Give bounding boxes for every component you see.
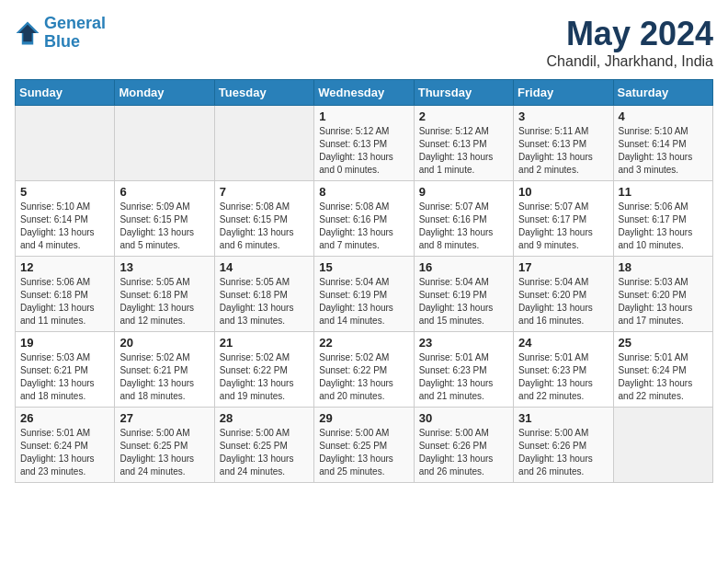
day-cell: 15Sunrise: 5:04 AM Sunset: 6:19 PM Dayli… bbox=[314, 257, 414, 332]
day-cell: 5Sunrise: 5:10 AM Sunset: 6:14 PM Daylig… bbox=[16, 181, 115, 257]
week-row-4: 19Sunrise: 5:03 AM Sunset: 6:21 PM Dayli… bbox=[16, 332, 713, 408]
week-row-1: 1Sunrise: 5:12 AM Sunset: 6:13 PM Daylig… bbox=[16, 106, 713, 181]
day-info: Sunrise: 5:12 AM Sunset: 6:13 PM Dayligh… bbox=[319, 125, 408, 177]
day-number: 18 bbox=[619, 260, 708, 274]
day-number: 14 bbox=[220, 260, 309, 274]
week-row-5: 26Sunrise: 5:01 AM Sunset: 6:24 PM Dayli… bbox=[16, 408, 713, 483]
calendar-table: SundayMondayTuesdayWednesdayThursdayFrid… bbox=[15, 79, 713, 483]
day-info: Sunrise: 5:01 AM Sunset: 6:24 PM Dayligh… bbox=[619, 351, 708, 403]
day-cell: 7Sunrise: 5:08 AM Sunset: 6:15 PM Daylig… bbox=[214, 181, 313, 257]
weekday-friday: Friday bbox=[514, 80, 613, 106]
day-cell: 13Sunrise: 5:05 AM Sunset: 6:18 PM Dayli… bbox=[115, 257, 214, 332]
day-cell bbox=[214, 106, 313, 181]
day-cell: 21Sunrise: 5:02 AM Sunset: 6:22 PM Dayli… bbox=[214, 332, 313, 408]
day-number: 10 bbox=[518, 185, 608, 199]
day-number: 25 bbox=[619, 336, 708, 350]
day-info: Sunrise: 5:03 AM Sunset: 6:20 PM Dayligh… bbox=[619, 276, 708, 327]
day-info: Sunrise: 5:00 AM Sunset: 6:25 PM Dayligh… bbox=[319, 427, 408, 478]
day-info: Sunrise: 5:03 AM Sunset: 6:21 PM Dayligh… bbox=[20, 351, 109, 403]
day-cell: 16Sunrise: 5:04 AM Sunset: 6:19 PM Dayli… bbox=[414, 257, 513, 332]
day-number: 16 bbox=[419, 260, 508, 274]
day-cell: 17Sunrise: 5:04 AM Sunset: 6:20 PM Dayli… bbox=[514, 257, 613, 332]
day-info: Sunrise: 5:07 AM Sunset: 6:16 PM Dayligh… bbox=[419, 201, 508, 252]
day-number: 17 bbox=[518, 260, 608, 274]
day-info: Sunrise: 5:06 AM Sunset: 6:18 PM Dayligh… bbox=[20, 276, 109, 327]
day-cell: 20Sunrise: 5:02 AM Sunset: 6:21 PM Dayli… bbox=[115, 332, 214, 408]
day-cell: 22Sunrise: 5:02 AM Sunset: 6:22 PM Dayli… bbox=[314, 332, 414, 408]
day-number: 11 bbox=[619, 185, 708, 199]
day-cell: 27Sunrise: 5:00 AM Sunset: 6:25 PM Dayli… bbox=[115, 408, 214, 483]
day-number: 13 bbox=[119, 260, 209, 274]
day-info: Sunrise: 5:00 AM Sunset: 6:25 PM Dayligh… bbox=[119, 427, 209, 478]
day-number: 7 bbox=[220, 185, 309, 199]
day-number: 3 bbox=[518, 109, 608, 123]
day-number: 15 bbox=[319, 260, 408, 274]
day-cell: 24Sunrise: 5:01 AM Sunset: 6:23 PM Dayli… bbox=[514, 332, 613, 408]
day-cell: 26Sunrise: 5:01 AM Sunset: 6:24 PM Dayli… bbox=[16, 408, 115, 483]
weekday-sunday: Sunday bbox=[16, 80, 115, 106]
weekday-monday: Monday bbox=[115, 80, 214, 106]
day-info: Sunrise: 5:00 AM Sunset: 6:26 PM Dayligh… bbox=[419, 427, 508, 478]
day-info: Sunrise: 5:05 AM Sunset: 6:18 PM Dayligh… bbox=[119, 276, 209, 327]
day-cell: 10Sunrise: 5:07 AM Sunset: 6:17 PM Dayli… bbox=[514, 181, 613, 257]
day-info: Sunrise: 5:10 AM Sunset: 6:14 PM Dayligh… bbox=[619, 125, 708, 177]
day-info: Sunrise: 5:05 AM Sunset: 6:18 PM Dayligh… bbox=[220, 276, 309, 327]
day-cell: 6Sunrise: 5:09 AM Sunset: 6:15 PM Daylig… bbox=[115, 181, 214, 257]
day-info: Sunrise: 5:08 AM Sunset: 6:15 PM Dayligh… bbox=[220, 201, 309, 252]
day-info: Sunrise: 5:07 AM Sunset: 6:17 PM Dayligh… bbox=[518, 201, 608, 252]
day-info: Sunrise: 5:04 AM Sunset: 6:19 PM Dayligh… bbox=[419, 276, 508, 327]
day-info: Sunrise: 5:10 AM Sunset: 6:14 PM Dayligh… bbox=[20, 201, 109, 252]
day-cell: 9Sunrise: 5:07 AM Sunset: 6:16 PM Daylig… bbox=[414, 181, 513, 257]
page-header: General Blue May 2024 Chandil, Jharkhand… bbox=[15, 15, 713, 70]
weekday-saturday: Saturday bbox=[613, 80, 712, 106]
day-info: Sunrise: 5:04 AM Sunset: 6:20 PM Dayligh… bbox=[518, 276, 608, 327]
day-number: 27 bbox=[119, 411, 209, 425]
day-cell: 23Sunrise: 5:01 AM Sunset: 6:23 PM Dayli… bbox=[414, 332, 513, 408]
logo-text: General Blue bbox=[44, 15, 106, 52]
day-cell: 14Sunrise: 5:05 AM Sunset: 6:18 PM Dayli… bbox=[214, 257, 313, 332]
day-number: 4 bbox=[619, 109, 708, 123]
calendar-subtitle: Chandil, Jharkhand, India bbox=[547, 53, 713, 70]
day-number: 28 bbox=[220, 411, 309, 425]
day-info: Sunrise: 5:09 AM Sunset: 6:15 PM Dayligh… bbox=[119, 201, 209, 252]
day-cell: 11Sunrise: 5:06 AM Sunset: 6:17 PM Dayli… bbox=[613, 181, 712, 257]
weekday-header-row: SundayMondayTuesdayWednesdayThursdayFrid… bbox=[16, 80, 713, 106]
day-cell: 4Sunrise: 5:10 AM Sunset: 6:14 PM Daylig… bbox=[613, 106, 712, 181]
day-number: 5 bbox=[20, 185, 109, 199]
day-number: 31 bbox=[518, 411, 608, 425]
day-info: Sunrise: 5:06 AM Sunset: 6:17 PM Dayligh… bbox=[619, 201, 708, 252]
day-number: 8 bbox=[319, 185, 408, 199]
day-number: 12 bbox=[20, 260, 109, 274]
day-info: Sunrise: 5:02 AM Sunset: 6:21 PM Dayligh… bbox=[119, 351, 209, 403]
day-cell: 29Sunrise: 5:00 AM Sunset: 6:25 PM Dayli… bbox=[314, 408, 414, 483]
day-info: Sunrise: 5:04 AM Sunset: 6:19 PM Dayligh… bbox=[319, 276, 408, 327]
day-info: Sunrise: 5:01 AM Sunset: 6:23 PM Dayligh… bbox=[419, 351, 508, 403]
day-cell: 2Sunrise: 5:12 AM Sunset: 6:13 PM Daylig… bbox=[414, 106, 513, 181]
day-number: 30 bbox=[419, 411, 508, 425]
logo-line1: General bbox=[44, 14, 106, 32]
day-number: 22 bbox=[319, 336, 408, 350]
week-row-3: 12Sunrise: 5:06 AM Sunset: 6:18 PM Dayli… bbox=[16, 257, 713, 332]
day-number: 20 bbox=[119, 336, 209, 350]
day-cell: 25Sunrise: 5:01 AM Sunset: 6:24 PM Dayli… bbox=[613, 332, 712, 408]
day-cell: 31Sunrise: 5:00 AM Sunset: 6:26 PM Dayli… bbox=[514, 408, 613, 483]
day-number: 2 bbox=[419, 109, 508, 123]
day-info: Sunrise: 5:08 AM Sunset: 6:16 PM Dayligh… bbox=[319, 201, 408, 252]
day-cell: 19Sunrise: 5:03 AM Sunset: 6:21 PM Dayli… bbox=[16, 332, 115, 408]
day-cell bbox=[115, 106, 214, 181]
logo-icon bbox=[15, 20, 40, 46]
day-number: 26 bbox=[20, 411, 109, 425]
week-row-2: 5Sunrise: 5:10 AM Sunset: 6:14 PM Daylig… bbox=[16, 181, 713, 257]
day-cell: 12Sunrise: 5:06 AM Sunset: 6:18 PM Dayli… bbox=[16, 257, 115, 332]
calendar-title: May 2024 bbox=[547, 15, 713, 53]
day-number: 29 bbox=[319, 411, 408, 425]
day-info: Sunrise: 5:02 AM Sunset: 6:22 PM Dayligh… bbox=[319, 351, 408, 403]
day-number: 19 bbox=[20, 336, 109, 350]
day-number: 24 bbox=[518, 336, 608, 350]
day-number: 1 bbox=[319, 109, 408, 123]
day-number: 9 bbox=[419, 185, 508, 199]
day-cell bbox=[16, 106, 115, 181]
day-cell: 18Sunrise: 5:03 AM Sunset: 6:20 PM Dayli… bbox=[613, 257, 712, 332]
day-info: Sunrise: 5:02 AM Sunset: 6:22 PM Dayligh… bbox=[220, 351, 309, 403]
weekday-tuesday: Tuesday bbox=[214, 80, 313, 106]
